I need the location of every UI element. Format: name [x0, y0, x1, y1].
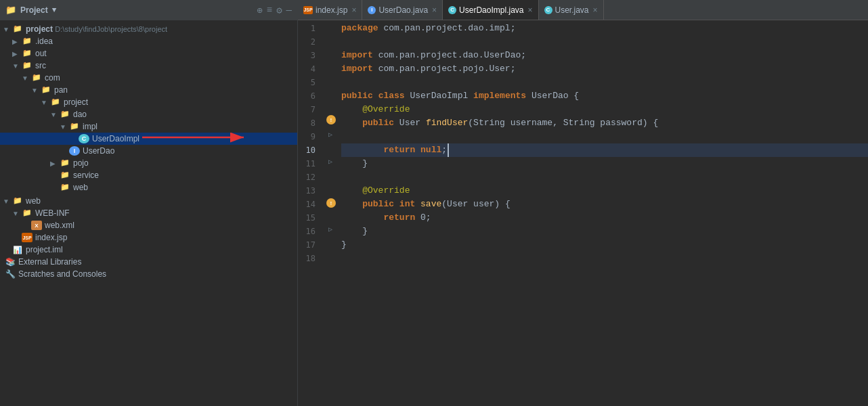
folder-icon-web-root: 📁 — [12, 196, 23, 206]
tree-label-project-iml: project.iml — [26, 245, 63, 254]
tree-label-service: service — [73, 171, 99, 180]
tree-label-UserDaoImpl: UserDaoImpl — [92, 134, 139, 143]
code-line-14: public int save(User user) { — [341, 198, 868, 211]
ln-11: 11 — [298, 157, 320, 171]
ln-9: 9 — [298, 130, 320, 143]
code-container: 1 2 3 4 5 6 7 8 9 10 11 12 13 14 15 16 1… — [298, 20, 868, 406]
tree-label-external-libraries: External Libraries — [18, 257, 81, 267]
sidebar-icon-caret: ▼ — [52, 6, 57, 14]
tree-label-pojo: pojo — [73, 158, 89, 168]
tree-item-src[interactable]: ▼ 📁 src — [0, 60, 297, 72]
code-line-8: public User findUser(String username, St… — [341, 116, 868, 130]
red-arrow — [142, 131, 251, 143]
sidebar-minimize-icon[interactable]: — — [286, 5, 292, 16]
sidebar-collapse-icon[interactable]: ≡ — [267, 5, 272, 16]
tree-label-project-pkg: project — [64, 97, 88, 107]
tab-UserDaoImpl[interactable]: C UserDaoImpl.java × — [443, 0, 538, 20]
ln-4: 4 — [298, 62, 320, 76]
code-line-17: } — [341, 238, 868, 252]
tree-item-UserDao[interactable]: ▶ I UserDao — [0, 145, 297, 157]
sidebar-settings-icon[interactable]: ⚙ — [276, 5, 282, 16]
folder-icon-project-pkg: 📁 — [50, 97, 61, 107]
tree-item-scratches[interactable]: 🔧 Scratches and Consoles — [0, 268, 297, 280]
code-editor[interactable]: package com.pan.project.dao.impl; import… — [337, 20, 868, 406]
tree-label-dao: dao — [73, 110, 87, 119]
sidebar-sync-icon[interactable]: ⊕ — [257, 5, 262, 16]
code-line-4: import com.pan.project.pojo.User; — [341, 62, 868, 76]
code-line-9 — [341, 130, 868, 143]
tree-label-scratches: Scratches and Consoles — [18, 269, 106, 279]
tree-label-web-sub: web — [73, 183, 88, 192]
tree-item-web-root[interactable]: ▼ 📁 web — [0, 195, 297, 207]
tree-label-idea: .idea — [35, 37, 53, 46]
tree-path-project: D:\study\findJob\projects\8\project — [55, 25, 167, 33]
tree-arrow-dao: ▼ — [50, 111, 60, 118]
tab-icon-index-jsp: JSP — [303, 6, 313, 14]
tab-User[interactable]: C User.java × — [539, 0, 604, 20]
tree-item-impl[interactable]: ▼ 📁 impl — [0, 120, 297, 133]
java-icon-UserDaoImpl: C — [79, 134, 89, 143]
sidebar-header: 📁 Project ▼ ⊕ ≡ ⚙ — — [0, 0, 297, 20]
tree-arrow-impl: ▼ — [60, 123, 69, 131]
tree-item-project-iml[interactable]: ▶ 📊 project.iml — [0, 244, 297, 256]
tree-label-com: com — [45, 73, 60, 83]
tree-item-pojo[interactable]: ▶ 📁 pojo — [0, 157, 297, 169]
tree-arrow-src: ▼ — [12, 62, 22, 70]
tree-item-dao[interactable]: ▼ 📁 dao — [0, 108, 297, 120]
tree-item-external-libraries[interactable]: 📚 External Libraries — [0, 256, 297, 268]
tree-item-idea[interactable]: ▶ 📁 .idea — [0, 35, 297, 47]
tree-item-WEB-INF[interactable]: ▼ 📁 WEB-INF — [0, 207, 297, 219]
tree-item-service[interactable]: ▶ 📁 service — [0, 169, 297, 181]
tree-label-src: src — [35, 61, 46, 70]
folder-icon-idea: 📁 — [22, 37, 32, 46]
jsp-icon-index: JSP — [22, 233, 32, 242]
folder-icon-pojo: 📁 — [60, 158, 70, 168]
tab-UserDao[interactable]: I UserDao.java × — [362, 0, 443, 20]
tab-close-UserDaoImpl[interactable]: × — [527, 5, 532, 15]
tree-arrow-web-root: ▼ — [3, 198, 12, 205]
ln-12: 12 — [298, 171, 320, 184]
editor-wrapper: JSP index.jsp × I UserDao.java × C UserD… — [298, 0, 868, 406]
scratches-icon: 🔧 — [5, 269, 16, 279]
folder-icon-WEB-INF: 📁 — [22, 208, 32, 218]
tree-arrow-pojo: ▶ — [50, 160, 60, 167]
tab-label-UserDaoImpl: UserDaoImpl.java — [459, 5, 523, 15]
ln-3: 3 — [298, 49, 320, 62]
tabs-bar: JSP index.jsp × I UserDao.java × C UserD… — [298, 0, 868, 20]
code-line-15: return 0; — [341, 211, 868, 225]
tab-icon-User: C — [544, 6, 552, 14]
tab-close-User[interactable]: × — [593, 5, 598, 15]
code-line-10: return null; — [341, 143, 868, 157]
code-line-16: } — [341, 225, 868, 238]
tab-close-index-jsp[interactable]: × — [351, 5, 356, 15]
tree-item-index-jsp[interactable]: ▶ JSP index.jsp — [0, 231, 297, 244]
sidebar-icons: ⊕ ≡ ⚙ — — [257, 5, 292, 16]
tab-index-jsp[interactable]: JSP index.jsp × — [298, 0, 362, 20]
code-line-11: } — [341, 157, 868, 171]
tree-item-project-pkg[interactable]: ▼ 📁 project — [0, 96, 297, 108]
tree-label-WEB-INF: WEB-INF — [35, 208, 70, 218]
code-line-13: @Override — [341, 184, 868, 198]
code-line-5 — [341, 76, 868, 89]
java-icon-UserDao: I — [69, 146, 80, 156]
tree-item-project-root[interactable]: ▼ 📁 project D:\study\findJob\projects\8\… — [0, 23, 297, 35]
ext-libs-icon: 📚 — [5, 257, 16, 267]
tree-item-web-sub[interactable]: ▶ 📁 web — [0, 181, 297, 194]
iml-icon-project: 📊 — [12, 245, 23, 254]
tree-label-web-root: web — [26, 196, 41, 206]
ln-10: 10 — [298, 143, 320, 157]
line-numbers: 1 2 3 4 5 6 7 8 9 10 11 12 13 14 15 16 1… — [298, 20, 325, 406]
tab-close-UserDao[interactable]: × — [432, 5, 437, 15]
tree-item-pan[interactable]: ▼ 📁 pan — [0, 84, 297, 96]
ln-7: 7 — [298, 103, 320, 116]
code-line-12 — [341, 171, 868, 184]
xml-icon-web-xml: X — [31, 221, 42, 230]
folder-icon-web-sub: 📁 — [60, 183, 70, 192]
tree-arrow-pan: ▼ — [31, 87, 41, 94]
tree-item-web-xml[interactable]: ▶ X web.xml — [0, 219, 297, 231]
tree-item-UserDaoImpl[interactable]: ▶ C UserDaoImpl — [0, 133, 297, 145]
tree-item-out[interactable]: ▶ 📁 out — [0, 47, 297, 60]
folder-icon-src: 📁 — [22, 61, 32, 70]
folder-icon-project: 📁 — [12, 24, 23, 34]
tree-item-com[interactable]: ▼ 📁 com — [0, 72, 297, 84]
